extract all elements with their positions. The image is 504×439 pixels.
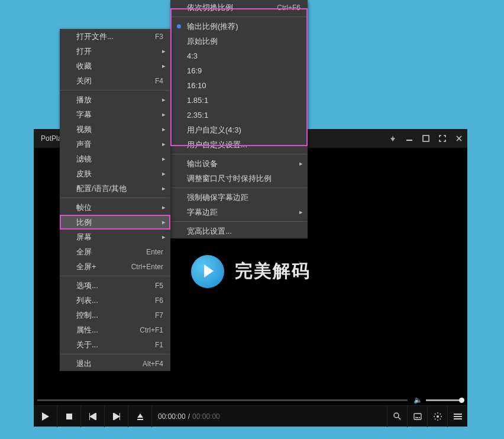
ratio-menu-item[interactable]: 输出设备 <box>170 156 308 171</box>
main-menu-item[interactable]: 视频 <box>60 122 170 137</box>
main-menu-item[interactable]: 字幕 <box>60 107 170 122</box>
ratio-menu-item[interactable]: 16:10 <box>170 78 308 93</box>
volume: 🔈 <box>413 396 467 404</box>
context-submenu-ratio: 依次切换比例Ctrl+F6输出比例(推荐)原始比例4:316:916:101.8… <box>170 0 308 238</box>
menu-item-label: 字幕 <box>76 109 92 120</box>
menu-item-label: 调整窗口尺寸时保持比例 <box>187 173 272 184</box>
context-menu-main: 打开文件...F3打开收藏关闭F4播放字幕视频声音滤镜皮肤配置/语言/其他帧位比… <box>60 29 170 371</box>
pin-icon[interactable] <box>385 129 401 148</box>
window-controls <box>385 129 467 148</box>
svg-rect-6 <box>419 417 420 418</box>
ratio-menu-item[interactable]: 宽高比设置... <box>170 224 308 238</box>
svg-rect-4 <box>414 414 421 419</box>
menu-separator <box>60 90 170 91</box>
ratio-menu-item[interactable]: 强制确保字幕边距 <box>170 190 308 205</box>
menu-separator <box>171 221 307 222</box>
svg-rect-5 <box>415 417 418 418</box>
menu-item-label: 视频 <box>76 124 92 135</box>
settings-button[interactable] <box>427 406 447 427</box>
main-menu-item[interactable]: 声音 <box>60 137 170 151</box>
ratio-menu-item[interactable]: 原始比例 <box>170 34 308 49</box>
main-menu-item[interactable]: 关闭F4 <box>60 73 170 88</box>
main-menu-item[interactable]: 比例 <box>60 215 170 230</box>
menu-item-label: 4:3 <box>187 51 198 60</box>
svg-rect-0 <box>406 140 412 141</box>
menu-item-label: 用户自定义(4:3) <box>187 125 241 135</box>
main-menu-item[interactable]: 滤镜 <box>60 151 170 166</box>
fullscreen-button[interactable] <box>434 129 451 148</box>
minimize-button[interactable] <box>401 129 418 148</box>
prev-button[interactable] <box>81 406 105 427</box>
menu-item-label: 全屏+ <box>76 262 96 272</box>
brand: 完美解码 <box>191 255 311 288</box>
menu-separator <box>171 17 307 17</box>
main-menu-item[interactable]: 屏幕 <box>60 230 170 244</box>
menu-item-label: 比例 <box>76 217 92 228</box>
menu-item-label: 关闭 <box>76 76 92 86</box>
ratio-menu-item[interactable]: 2.35:1 <box>170 108 308 122</box>
seek-track[interactable] <box>37 399 408 401</box>
main-menu-item[interactable]: 全屏+Ctrl+Enter <box>60 259 170 274</box>
menu-item-label: 屏幕 <box>76 232 92 243</box>
main-menu-item[interactable]: 属性...Ctrl+F1 <box>60 322 170 337</box>
menu-shortcut: F5 <box>155 282 163 290</box>
ratio-menu-item[interactable]: 16:9 <box>170 63 308 78</box>
ratio-menu-item[interactable]: 依次切换比例Ctrl+F6 <box>170 0 308 15</box>
maximize-button[interactable] <box>418 129 434 148</box>
menu-item-label: 16:10 <box>187 81 206 90</box>
next-button[interactable] <box>105 406 128 427</box>
search-button[interactable] <box>387 406 407 427</box>
menu-item-label: 强制确保字幕边距 <box>187 192 248 203</box>
ratio-menu-item[interactable]: 字幕边距 <box>170 205 308 220</box>
menu-shortcut: Ctrl+F6 <box>277 4 301 12</box>
menu-item-label: 退出 <box>76 359 92 369</box>
eject-button[interactable] <box>128 406 152 427</box>
main-menu-item[interactable]: 皮肤 <box>60 166 170 181</box>
ratio-menu-item[interactable]: 调整窗口尺寸时保持比例 <box>170 171 308 186</box>
seek-bar[interactable]: 🔈 <box>34 395 467 405</box>
menu-item-label: 配置/语言/其他 <box>76 183 127 194</box>
ratio-menu-item[interactable]: 1.85:1 <box>170 93 308 108</box>
menu-shortcut: Alt+F4 <box>143 360 163 368</box>
subtitle-button[interactable] <box>407 406 427 427</box>
main-menu-item[interactable]: 全屏Enter <box>60 244 170 259</box>
playlist-button[interactable] <box>447 406 467 427</box>
play-button[interactable] <box>34 406 57 427</box>
speaker-icon[interactable]: 🔈 <box>413 396 422 404</box>
main-menu-item[interactable]: 播放 <box>60 92 170 107</box>
main-menu-item[interactable]: 列表...F6 <box>60 293 170 308</box>
menu-shortcut: F6 <box>155 296 163 305</box>
main-menu-item[interactable]: 打开 <box>60 44 170 59</box>
volume-knob[interactable] <box>459 398 464 403</box>
stop-button[interactable] <box>57 406 81 427</box>
menu-item-label: 关于... <box>76 340 98 350</box>
menu-item-label: 声音 <box>76 139 92 150</box>
main-menu-item[interactable]: 打开文件...F3 <box>60 29 170 44</box>
ratio-menu-item[interactable]: 4:3 <box>170 49 308 63</box>
main-menu-item[interactable]: 退出Alt+F4 <box>60 356 170 371</box>
right-controls <box>387 406 467 427</box>
main-menu-item[interactable]: 关于...F1 <box>60 337 170 352</box>
main-menu-item[interactable]: 配置/语言/其他 <box>60 181 170 196</box>
menu-separator <box>60 198 170 198</box>
main-menu-item[interactable]: 帧位 <box>60 200 170 215</box>
menu-item-label: 打开文件... <box>76 31 114 42</box>
volume-track[interactable] <box>426 399 461 401</box>
close-button[interactable] <box>451 129 467 148</box>
menu-item-label: 播放 <box>76 95 92 105</box>
ratio-menu-item[interactable]: 输出比例(推荐) <box>170 19 308 34</box>
menu-shortcut: Enter <box>146 248 163 256</box>
menu-item-label: 选项... <box>76 280 98 291</box>
ratio-menu-item[interactable]: 用户自定义设置... <box>170 137 308 152</box>
ratio-menu-item[interactable]: 用户自定义(4:3) <box>170 122 308 137</box>
menu-item-label: 16:9 <box>187 66 202 75</box>
svg-rect-8 <box>454 414 462 415</box>
main-menu-item[interactable]: 控制...F7 <box>60 308 170 322</box>
main-menu-item[interactable]: 选项...F5 <box>60 278 170 293</box>
time-display: 00:00:00 / 00:00:00 <box>152 412 226 421</box>
svg-rect-2 <box>66 414 72 419</box>
svg-rect-1 <box>423 135 429 141</box>
main-menu-item[interactable]: 收藏 <box>60 59 170 73</box>
menu-item-label: 用户自定义设置... <box>187 140 247 150</box>
time-duration: 00:00:00 <box>192 412 220 421</box>
